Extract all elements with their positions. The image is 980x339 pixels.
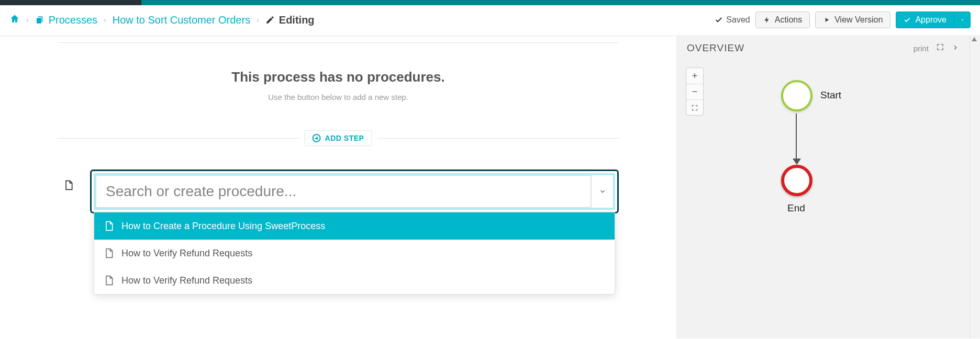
procedure-combo: How to Create a Procedure Using SweetPro… xyxy=(90,170,619,213)
actions-button[interactable]: Actions xyxy=(755,12,810,28)
procedure-option[interactable]: How to Verify Refund Requests xyxy=(94,267,615,294)
editing-label: Editing xyxy=(279,14,315,26)
home-icon xyxy=(9,14,20,24)
fit-icon xyxy=(691,104,698,111)
chevron-right-icon xyxy=(952,44,959,51)
end-node-label: End xyxy=(787,202,805,214)
saved-indicator: Saved xyxy=(715,15,750,25)
end-node[interactable] xyxy=(781,165,812,196)
header-row: › Processes › How to Sort Customer Order… xyxy=(0,5,980,36)
zoom-controls: + − xyxy=(686,67,704,116)
overview-tools: print xyxy=(914,43,959,54)
process-title-link[interactable]: How to Sort Customer Orders xyxy=(113,14,250,26)
procedure-option[interactable]: How to Verify Refund Requests xyxy=(94,240,615,267)
expand-icon[interactable] xyxy=(936,43,944,54)
procedure-option-label: How to Create a Procedure Using SweetPro… xyxy=(121,221,325,232)
overview-diagram: Start End xyxy=(676,65,970,338)
add-step-row: ADD STEP xyxy=(58,128,619,149)
home-link[interactable] xyxy=(9,14,20,27)
combo-caret-button[interactable] xyxy=(591,175,613,208)
start-node[interactable] xyxy=(781,80,812,111)
procedure-search-input[interactable] xyxy=(96,175,591,208)
approve-button[interactable]: Approve xyxy=(896,12,954,28)
file-icon xyxy=(104,274,114,287)
top-app-bar-sliver xyxy=(0,0,980,5)
overview-panel: OVERVIEW print + − Start xyxy=(676,36,970,338)
copy-icon xyxy=(35,15,44,25)
breadcrumb-sep: › xyxy=(257,16,259,24)
pencil-icon xyxy=(265,15,275,25)
arrow-line xyxy=(796,114,797,161)
overview-title: OVERVIEW xyxy=(687,42,744,54)
add-step-label: ADD STEP xyxy=(325,134,364,142)
approve-label: Approve xyxy=(915,15,946,25)
zoom-fit-button[interactable] xyxy=(686,99,703,115)
chevron-down-icon xyxy=(599,188,606,195)
check-icon xyxy=(715,16,723,24)
add-step-wrap: ADD STEP xyxy=(299,130,377,146)
procedure-combo-zone: How to Create a Procedure Using SweetPro… xyxy=(58,170,619,213)
view-version-label: View Version xyxy=(834,15,883,25)
saved-label: Saved xyxy=(726,15,750,25)
file-icon xyxy=(104,220,114,232)
empty-title: This process has no procedures. xyxy=(10,69,666,85)
zoom-out-button[interactable]: − xyxy=(686,84,703,99)
actions-label: Actions xyxy=(775,15,802,25)
procedure-combo-inner xyxy=(94,173,615,210)
approve-button-group: Approve xyxy=(896,12,971,28)
overview-next-button[interactable] xyxy=(952,43,959,54)
breadcrumb-sep: › xyxy=(26,16,29,24)
procedure-dropdown-list: How to Create a Procedure Using SweetPro… xyxy=(94,212,615,295)
procedure-option-label: How to Verify Refund Requests xyxy=(121,275,252,286)
add-step-button[interactable]: ADD STEP xyxy=(305,130,372,146)
empty-subtitle: Use the button below to add a new step. xyxy=(10,93,666,101)
view-version-button[interactable]: View Version xyxy=(815,12,890,28)
procedure-option[interactable]: How to Create a Procedure Using SweetPro… xyxy=(94,212,615,240)
procedure-option-label: How to Verify Refund Requests xyxy=(121,248,252,259)
main-pane: This process has no procedures. Use the … xyxy=(0,36,676,338)
processes-link[interactable]: Processes xyxy=(35,14,97,26)
play-icon xyxy=(823,16,830,24)
approve-caret-button[interactable] xyxy=(954,12,971,28)
header-actions: Saved Actions View Version Approve xyxy=(715,12,971,28)
start-node-label: Start xyxy=(820,89,841,101)
breadcrumb-sep: › xyxy=(104,16,106,24)
bolt-icon xyxy=(763,16,771,24)
check-icon xyxy=(904,16,911,24)
editing-crumb: Editing xyxy=(265,14,315,26)
top-divider xyxy=(58,42,619,43)
overview-header: OVERVIEW print xyxy=(676,36,970,60)
content-split: This process has no procedures. Use the … xyxy=(0,36,980,338)
plus-circle-icon xyxy=(313,134,321,142)
processes-label: Processes xyxy=(49,14,97,26)
zoom-in-button[interactable]: + xyxy=(686,68,703,84)
step-file-icon xyxy=(58,170,80,193)
file-icon xyxy=(104,247,114,259)
vertical-scrollbar[interactable] xyxy=(970,36,980,338)
breadcrumb: › Processes › How to Sort Customer Order… xyxy=(9,14,315,27)
caret-down-icon xyxy=(960,17,965,22)
arrow-head-icon xyxy=(793,159,801,165)
overview-print-link[interactable]: print xyxy=(914,44,929,53)
